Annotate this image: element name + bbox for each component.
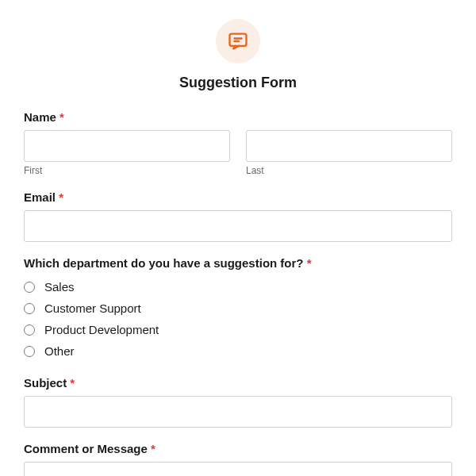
required-marker: *: [151, 442, 155, 455]
department-option-customer-support[interactable]: Customer Support: [24, 298, 452, 319]
first-name-sublabel: First: [24, 165, 230, 176]
required-marker: *: [70, 376, 75, 390]
message-input[interactable]: [24, 462, 452, 476]
email-label: Email *: [24, 190, 452, 204]
email-field-group: Email *: [24, 190, 452, 242]
subject-label: Subject *: [24, 376, 452, 390]
chat-icon: [227, 30, 249, 52]
required-marker: *: [60, 110, 64, 124]
department-label: Which department do you have a suggestio…: [24, 256, 452, 270]
message-field-group: Comment or Message *: [24, 442, 452, 476]
department-option-sales[interactable]: Sales: [24, 276, 452, 298]
radio-sales[interactable]: [24, 282, 35, 293]
first-name-input[interactable]: [24, 130, 230, 162]
chat-icon-circle: [216, 19, 260, 63]
department-option-product-development[interactable]: Product Development: [24, 319, 452, 340]
form-header: Suggestion Form: [24, 16, 452, 91]
department-option-other[interactable]: Other: [24, 340, 452, 362]
required-marker: *: [59, 190, 63, 204]
message-label: Comment or Message *: [24, 442, 452, 455]
required-marker: *: [307, 256, 312, 270]
radio-product-development[interactable]: [24, 324, 35, 336]
subject-field-group: Subject *: [24, 376, 452, 428]
name-field-group: Name * First Last: [24, 110, 452, 176]
subject-input[interactable]: [24, 396, 452, 428]
radio-other[interactable]: [24, 346, 35, 357]
form-title: Suggestion Form: [24, 75, 452, 91]
svg-rect-0: [230, 34, 247, 46]
email-input[interactable]: [24, 210, 452, 242]
last-name-sublabel: Last: [246, 165, 452, 176]
name-label: Name *: [24, 110, 452, 124]
department-field-group: Which department do you have a suggestio…: [24, 256, 452, 362]
radio-customer-support[interactable]: [24, 303, 35, 314]
last-name-input[interactable]: [246, 130, 452, 162]
